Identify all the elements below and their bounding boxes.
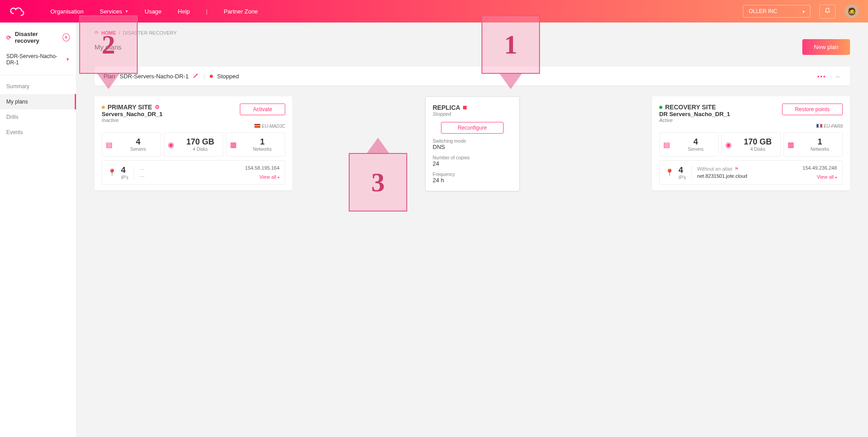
- topbar: Organisation Services▼ Usage Help | Part…: [0, 0, 868, 23]
- stat-networks: ▦ 1Networks: [783, 132, 843, 157]
- primary-servers-val: 4: [117, 137, 159, 147]
- restore-points-button[interactable]: Restore points: [782, 104, 843, 115]
- plan-bar: Plan SDR-Servers-Nacho-DR-1 | Stopped ••…: [94, 67, 850, 86]
- spain-flag-icon: [254, 124, 261, 128]
- recovery-site-card: RECOVERY SITE DR Servers_Nacho_DR_1 Acti…: [652, 96, 850, 190]
- recovery-icon: ⟳: [6, 34, 11, 41]
- chevron-down-icon: ▾: [835, 176, 837, 180]
- primary-title-text: PRIMARY SITE: [108, 104, 152, 111]
- nav-organisation[interactable]: Organisation: [50, 8, 84, 15]
- primary-ip-mid: --- ---: [134, 166, 144, 180]
- page-title: My plans: [94, 43, 121, 51]
- switch-label: Switching mode: [433, 138, 512, 144]
- plan-status: Stopped: [217, 73, 239, 80]
- pin-icon: 📍: [108, 168, 117, 177]
- replica-card: REPLICA Stopped Reconfigure Switching mo…: [425, 96, 520, 191]
- replica-state: Stopped: [433, 111, 512, 117]
- primary-storage-lbl: 4 Disks: [180, 147, 221, 152]
- collapse-button[interactable]: ︿: [835, 72, 841, 80]
- plan-selector[interactable]: SDR-Servers-Nacho-DR-1 ▼: [0, 50, 76, 75]
- page-header: My plans New plan: [94, 39, 850, 55]
- primary-region-text: EU-MAD3C: [262, 124, 285, 129]
- main: ⟳ Disaster recovery + SDR-Servers-Nacho-…: [0, 23, 868, 437]
- nav-items: Organisation Services▼ Usage Help | Part…: [50, 8, 743, 15]
- sidebar-item-events[interactable]: Events: [0, 125, 76, 140]
- server-icon: ▤: [104, 140, 114, 149]
- switch-value: DNS: [433, 144, 512, 150]
- logo[interactable]: [9, 5, 28, 18]
- plan-name: SDR-Servers-Nacho-DR-1: [120, 73, 189, 80]
- recovery-networks-val: 1: [799, 137, 841, 147]
- stat-storage: ◉ 170 GB4 Disks: [721, 132, 781, 157]
- sidebar: ⟳ Disaster recovery + SDR-Servers-Nacho-…: [0, 23, 76, 437]
- new-plan-button[interactable]: New plan: [802, 39, 850, 55]
- sites-row: PRIMARY SITE ⚙ Servers_Nacho_DR_1 Inacti…: [94, 96, 850, 191]
- plan-actions: ••• ︿: [817, 72, 841, 80]
- primary-view-all-text: View all: [259, 174, 276, 180]
- status-indicator-icon: [659, 106, 662, 109]
- primary-settings-button[interactable]: ⚙: [155, 104, 160, 110]
- edit-plan-button[interactable]: [193, 72, 199, 80]
- breadcrumb-home[interactable]: HOME: [101, 30, 116, 36]
- chevron-down-icon: ▾: [278, 176, 279, 180]
- recovery-view-all-text: View all: [817, 174, 834, 180]
- freq-value: 24 h: [433, 177, 512, 184]
- sidebar-item-drills[interactable]: Drills: [0, 109, 76, 125]
- breadcrumb-current: DISASTER RECOVERY: [123, 30, 177, 36]
- notifications-button[interactable]: [819, 5, 836, 18]
- org-selector[interactable]: OLLER INC: [743, 5, 810, 18]
- primary-ips-lbl: IP's: [121, 175, 128, 180]
- primary-view-all-link[interactable]: View all ▾: [259, 174, 279, 180]
- primary-ip-addr: 154.58.195.164: [245, 165, 279, 171]
- plan-selector-label: SDR-Servers-Nacho-DR-1: [6, 53, 63, 66]
- sidebar-item-my-plans[interactable]: My plans: [0, 94, 76, 109]
- primary-networks-val: 1: [242, 137, 283, 147]
- primary-networks-lbl: Networks: [242, 147, 283, 152]
- status-dot-icon: [210, 75, 213, 78]
- add-plan-button[interactable]: +: [63, 33, 70, 41]
- replica-title: REPLICA: [433, 104, 512, 111]
- recovery-storage-val: 170 GB: [737, 137, 778, 147]
- network-icon: ▦: [228, 140, 238, 149]
- recovery-ips-val: 4: [679, 166, 686, 175]
- recovery-title-text: RECOVERY SITE: [665, 104, 716, 111]
- primary-name: Servers_Nacho_DR_1: [102, 111, 162, 117]
- cloud-logo-icon: [9, 5, 28, 16]
- chevron-down-icon: ▼: [66, 57, 70, 62]
- reconfigure-button[interactable]: Reconfigure: [441, 122, 504, 134]
- recovery-net: net.8231501.jote.cloud: [697, 173, 747, 180]
- sidebar-links: Summary My plans Drills Events: [0, 75, 76, 140]
- stat-storage: ◉ 170 GB4 Disks: [164, 132, 223, 157]
- nav-partner-zone[interactable]: Partner Zone: [224, 8, 258, 15]
- nav-services[interactable]: Services▼: [100, 8, 129, 15]
- activate-button[interactable]: Activate: [240, 104, 285, 115]
- recovery-ip-row: 📍 4IP's Without an alias⚑ net.8231501.jo…: [659, 160, 843, 185]
- primary-dash1: ---: [139, 166, 144, 172]
- recovery-view-all-link[interactable]: View all ▾: [817, 174, 837, 180]
- copies-value: 24: [433, 160, 512, 167]
- avatar[interactable]: 🧔: [845, 4, 859, 18]
- recovery-networks-lbl: Networks: [799, 147, 841, 152]
- nav-help[interactable]: Help: [178, 8, 190, 15]
- recovery-stats: ▤ 4Servers ◉ 170 GB4 Disks ▦ 1Networks: [659, 132, 843, 157]
- disk-icon: ◉: [166, 140, 176, 149]
- recovery-name: DR Servers_Nacho_DR_1: [659, 111, 730, 117]
- recovery-ips-lbl: IP's: [679, 175, 686, 180]
- chevron-down-icon: ▼: [125, 9, 129, 14]
- nav-services-label: Services: [100, 8, 122, 15]
- nav-usage[interactable]: Usage: [145, 8, 162, 15]
- stat-servers: ▤ 4Servers: [102, 132, 161, 157]
- network-icon: ▦: [786, 140, 796, 149]
- topbar-right: OLLER INC 🧔: [743, 4, 859, 18]
- more-menu-button[interactable]: •••: [817, 73, 826, 80]
- recovery-ip-addr: 154.49.236.248: [803, 165, 837, 171]
- breadcrumb: ⟳ HOME / DISASTER RECOVERY: [94, 30, 850, 36]
- replica-title-text: REPLICA: [433, 104, 460, 111]
- plan-sep: |: [203, 73, 205, 80]
- recovery-state: Active: [659, 117, 730, 123]
- pencil-icon: [193, 72, 199, 78]
- freq-label: Frequency: [433, 171, 512, 177]
- status-indicator-icon: [102, 106, 105, 109]
- sidebar-item-summary[interactable]: Summary: [0, 79, 76, 94]
- primary-servers-lbl: Servers: [117, 147, 159, 152]
